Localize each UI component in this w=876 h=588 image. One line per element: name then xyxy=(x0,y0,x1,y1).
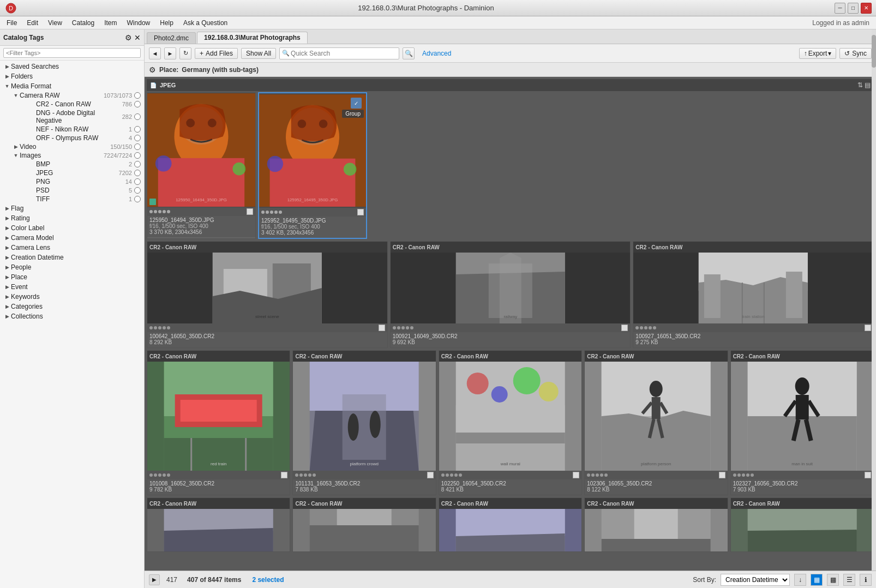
maximize-button[interactable]: □ xyxy=(848,3,859,14)
sidebar-item-media-format[interactable]: ▼ Media Format xyxy=(0,81,144,91)
photo-item-partial[interactable]: CR2 - Canon RAW xyxy=(439,497,582,552)
sidebar-item-nef[interactable]: NEF - Nikon RAW 1 xyxy=(17,125,144,134)
filter-radio[interactable] xyxy=(134,92,141,99)
sidebar-item-flag[interactable]: ▶ Flag xyxy=(0,203,144,213)
add-files-button[interactable]: + Add Files xyxy=(195,48,238,59)
photo-item-partial[interactable]: CR2 - Canon RAW xyxy=(292,497,436,552)
sidebar-item-place[interactable]: ▶ Place xyxy=(0,272,144,282)
menu-window[interactable]: Window xyxy=(123,18,155,28)
search-input[interactable] xyxy=(291,50,397,57)
sidebar-item-creation-datetime[interactable]: ▶ Creation Datetime xyxy=(0,253,144,262)
checkbox[interactable] xyxy=(247,208,253,215)
view-grid2-button[interactable]: ▩ xyxy=(827,574,839,586)
photo-item-partial[interactable]: CR2 - Canon RAW xyxy=(584,497,728,552)
sidebar-item-keywords[interactable]: ▶ Keywords xyxy=(0,292,144,302)
photo-item[interactable]: CR2 - Canon RAW platform crowd xyxy=(292,350,436,495)
sidebar-item-images[interactable]: ▼ Images 7224/7224 xyxy=(9,151,144,160)
photo-item[interactable]: CR2 - Canon RAW xyxy=(584,350,728,495)
back-button[interactable]: ◄ xyxy=(149,47,161,59)
selected-count[interactable]: 2 selected xyxy=(249,576,287,584)
checkbox[interactable] xyxy=(621,325,628,331)
menu-edit[interactable]: Edit xyxy=(22,18,43,28)
filter-radio[interactable] xyxy=(134,143,141,150)
sort-select[interactable]: Creation Datetime Filename File Size Rat… xyxy=(721,574,790,586)
photo-item[interactable]: CR2 - Canon RAW street scene xyxy=(147,241,388,348)
tab-murat[interactable]: 192.168.0.3\Murat Photographs xyxy=(197,32,308,44)
view-grid-button[interactable]: ▦ xyxy=(811,574,823,586)
info-button[interactable]: ℹ xyxy=(860,574,872,586)
photo-item[interactable]: 125950_16494_350D.JPG xyxy=(147,92,256,239)
checkbox[interactable] xyxy=(573,472,579,478)
photo-item-partial[interactable]: CR2 - Canon RAW xyxy=(730,497,874,552)
checkbox[interactable] xyxy=(865,325,871,331)
sync-button[interactable]: ↺ Sync xyxy=(839,48,872,59)
sort-order-button[interactable]: ↓ xyxy=(794,574,806,586)
filter-radio[interactable] xyxy=(134,161,141,167)
filter-input[interactable] xyxy=(3,48,141,58)
photo-item[interactable]: CR2 - Canon RAW train station xyxy=(633,241,874,348)
checkbox[interactable] xyxy=(865,472,871,478)
filter-radio[interactable] xyxy=(134,135,141,141)
photo-item[interactable]: CR2 - Canon RAW red train xyxy=(147,350,290,495)
menu-ask[interactable]: Ask a Question xyxy=(179,18,232,28)
sidebar-item-camera-model[interactable]: ▶ Camera Model xyxy=(0,233,144,243)
filter-radio[interactable] xyxy=(134,113,141,120)
filter-radio[interactable] xyxy=(134,170,141,176)
filter-radio[interactable] xyxy=(134,152,141,159)
photo-item[interactable]: CR2 - Canon RAW railway xyxy=(390,241,631,348)
scrollbar-thumb[interactable] xyxy=(872,35,876,68)
sidebar-item-event[interactable]: ▶ Event xyxy=(0,282,144,292)
place-settings-icon[interactable]: ⚙ xyxy=(149,65,156,74)
menu-help[interactable]: Help xyxy=(155,18,178,28)
forward-button[interactable]: ► xyxy=(164,47,176,59)
show-all-button[interactable]: Show All xyxy=(241,48,276,59)
minimize-button[interactable]: ─ xyxy=(835,3,845,14)
sidebar-item-tiff[interactable]: TIFF 1 xyxy=(17,195,144,203)
checkbox[interactable] xyxy=(379,325,385,331)
photo-item-partial[interactable]: CR2 - Canon RAW xyxy=(147,497,290,552)
search-submit-button[interactable]: 🔍 xyxy=(403,47,415,59)
gear-icon[interactable]: ⚙ xyxy=(125,33,132,42)
menu-view[interactable]: View xyxy=(44,18,67,28)
sidebar-item-color-label[interactable]: ▶ Color Label xyxy=(0,223,144,233)
filter-radio[interactable] xyxy=(134,178,141,185)
checkbox[interactable] xyxy=(281,472,287,478)
checkbox[interactable] xyxy=(357,209,364,215)
advanced-button[interactable]: Advanced xyxy=(418,49,455,58)
play-button[interactable]: ▶ xyxy=(149,574,160,585)
sidebar-item-folders[interactable]: ▶ Folders xyxy=(0,71,144,81)
close-button[interactable]: ✕ xyxy=(861,3,872,14)
sidebar-item-bmp[interactable]: BMP 2 xyxy=(17,160,144,169)
sidebar-item-dng[interactable]: DNG - Adobe Digital Negative 282 xyxy=(17,109,144,125)
checkbox[interactable] xyxy=(427,472,434,478)
sidebar-item-orf[interactable]: ORF - Olympus RAW 4 xyxy=(17,134,144,142)
sidebar-item-camera-lens[interactable]: ▶ Camera Lens xyxy=(0,243,144,253)
sidebar-item-collections[interactable]: ▶ Collections xyxy=(0,311,144,321)
sidebar-item-saved-searches[interactable]: ▶ Saved Searches xyxy=(0,62,144,71)
sidebar-item-people[interactable]: ▶ People xyxy=(0,262,144,272)
photo-item-selected[interactable]: 125952_16495_350D.JPG ✓ Group xyxy=(258,92,367,239)
sidebar-item-rating[interactable]: ▶ Rating xyxy=(0,213,144,223)
view-list-button[interactable]: ☰ xyxy=(843,574,855,586)
close-icon[interactable]: ✕ xyxy=(134,33,141,42)
menu-item[interactable]: Item xyxy=(100,18,121,28)
sidebar-item-cr2[interactable]: CR2 - Canon RAW 786 xyxy=(17,100,144,109)
sidebar-item-psd[interactable]: PSD 5 xyxy=(17,186,144,195)
photo-item[interactable]: CR2 - Canon RAW xyxy=(730,350,874,495)
photo-item[interactable]: CR2 - Canon RAW xyxy=(439,350,582,495)
filter-icon[interactable]: ▤ xyxy=(865,81,871,89)
sort-icon[interactable]: ⇅ xyxy=(857,81,863,89)
sidebar-item-jpeg[interactable]: JPEG 7202 xyxy=(17,169,144,177)
tab-photo2[interactable]: Photo2.dmc xyxy=(147,32,196,44)
sidebar-item-video[interactable]: ▶ Video 150/150 xyxy=(9,142,144,151)
export-button[interactable]: ↑ Export ▾ xyxy=(799,48,837,59)
refresh-button[interactable]: ↻ xyxy=(179,47,191,59)
filter-radio[interactable] xyxy=(134,126,141,133)
sidebar-item-png[interactable]: PNG 14 xyxy=(17,177,144,186)
filter-radio[interactable] xyxy=(134,101,141,107)
menu-catalog[interactable]: Catalog xyxy=(68,18,99,28)
menu-file[interactable]: File xyxy=(2,18,21,28)
checkbox[interactable] xyxy=(719,472,725,478)
sidebar-item-camera-raw[interactable]: ▼ Camera RAW 1073/1073 xyxy=(9,91,144,100)
sidebar-item-categories[interactable]: ▶ Categories xyxy=(0,302,144,311)
